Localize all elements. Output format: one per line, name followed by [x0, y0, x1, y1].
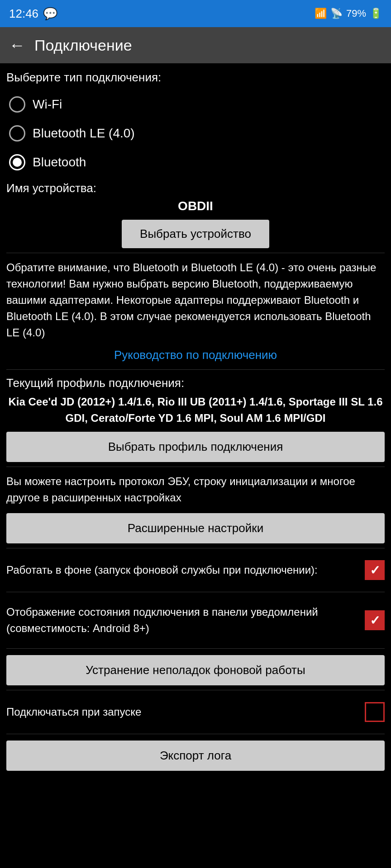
- device-name: OBDII: [6, 199, 385, 213]
- info-section: Обратите внимание, что Bluetooth и Bluet…: [6, 259, 385, 362]
- radio-ble-outer: [9, 125, 25, 142]
- export-section: Экспорт лога: [6, 741, 385, 771]
- radio-wifi[interactable]: Wi-Fi: [6, 90, 385, 119]
- back-button[interactable]: ←: [9, 36, 25, 55]
- radio-ble-label: Bluetooth LE (4.0): [33, 126, 135, 141]
- status-bar: 12:46 💬 📶 📡 79% 🔋: [0, 0, 391, 27]
- divider-1: [6, 253, 385, 253]
- divider-7: [6, 690, 385, 690]
- radio-wifi-label: Wi-Fi: [33, 97, 62, 112]
- radio-group: Wi-Fi Bluetooth LE (4.0) Bluetooth: [6, 90, 385, 177]
- status-right: 📶 📡 79% 🔋: [315, 8, 382, 19]
- select-device-button[interactable]: Выбрать устройство: [122, 220, 269, 248]
- page-title: Подключение: [34, 37, 132, 54]
- whatsapp-icon: 💬: [43, 7, 57, 21]
- status-time: 12:46: [9, 7, 38, 21]
- troubleshoot-button[interactable]: Устранение неполадок фоновой работы: [6, 655, 385, 685]
- divider-4: [6, 548, 385, 548]
- checkbox-autoconnect-text: Подключаться при запуске: [6, 704, 365, 720]
- status-left: 12:46 💬: [9, 7, 57, 21]
- troubleshoot-section: Устранение неполадок фоновой работы: [6, 655, 385, 685]
- advanced-section: Вы можете настроить протокол ЭБУ, строку…: [6, 473, 385, 543]
- divider-5: [6, 592, 385, 592]
- content-area: Выберите тип подключения: Wi-Fi Bluetoot…: [0, 63, 391, 783]
- radio-bluetooth-le[interactable]: Bluetooth LE (4.0): [6, 119, 385, 148]
- checkbox-notification-row: Отображение состояния подключения в пане…: [6, 597, 385, 644]
- connection-type-section: Выберите тип подключения: Wi-Fi Bluetoot…: [6, 71, 385, 177]
- divider-2: [6, 369, 385, 370]
- radio-bt-label: Bluetooth: [33, 155, 86, 170]
- profile-section: Текущий профиль подключения: Kia Cee'd J…: [6, 376, 385, 462]
- signal-icon: 📡: [330, 8, 343, 19]
- checkmark-notification: ✓: [370, 613, 380, 628]
- guide-link[interactable]: Руководство по подключению: [6, 348, 385, 362]
- select-profile-button[interactable]: Выбрать профиль подключения: [6, 432, 385, 462]
- info-text: Обратите внимание, что Bluetooth и Bluet…: [6, 259, 385, 341]
- radio-bluetooth[interactable]: Bluetooth: [6, 148, 385, 177]
- checkbox-notification[interactable]: ✓: [365, 610, 385, 630]
- divider-3: [6, 467, 385, 467]
- export-log-button[interactable]: Экспорт лога: [6, 741, 385, 771]
- top-bar: ← Подключение: [0, 27, 391, 63]
- radio-bt-inner: [13, 158, 22, 167]
- divider-8: [6, 734, 385, 734]
- checkbox-autoconnect-row: Подключаться при запуске: [6, 695, 385, 729]
- checkmark-background: ✓: [370, 563, 380, 578]
- advanced-settings-button[interactable]: Расширенные настройки: [6, 513, 385, 543]
- checkbox-notification-text: Отображение состояния подключения в пане…: [6, 604, 365, 637]
- checkbox-background-text: Работать в фоне (запуск фоновой службы п…: [6, 562, 365, 578]
- checkbox-background-row: Работать в фоне (запуск фоновой службы п…: [6, 553, 385, 587]
- wifi-icon: 📶: [315, 8, 327, 19]
- device-label: Имя устройства:: [6, 181, 385, 195]
- radio-wifi-outer: [9, 96, 25, 113]
- checkbox-autoconnect[interactable]: [365, 702, 385, 722]
- device-section: Имя устройства: OBDII Выбрать устройство: [6, 181, 385, 248]
- profile-name: Kia Cee'd JD (2012+) 1.4/1.6, Rio III UB…: [6, 394, 385, 426]
- connection-type-label: Выберите тип подключения:: [6, 71, 385, 85]
- battery-text: 79%: [346, 8, 366, 19]
- checkbox-background[interactable]: ✓: [365, 560, 385, 580]
- profile-label: Текущий профиль подключения:: [6, 376, 385, 390]
- battery-icon: 🔋: [370, 8, 382, 19]
- divider-6: [6, 648, 385, 649]
- radio-bt-outer: [9, 154, 25, 170]
- advanced-text: Вы можете настроить протокол ЭБУ, строку…: [6, 473, 385, 506]
